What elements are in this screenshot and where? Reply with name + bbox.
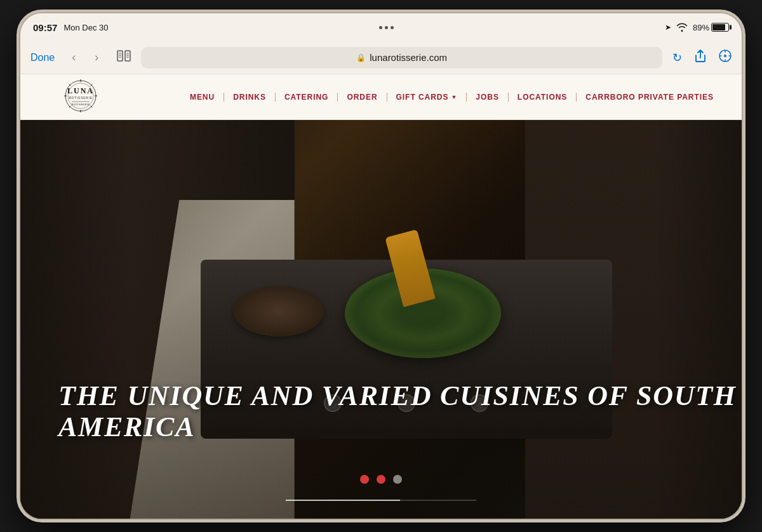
hero-text: THE UNIQUE AND VARIED CUISINES OF SOUTH … bbox=[58, 381, 742, 442]
compass-button[interactable] bbox=[719, 50, 732, 65]
slider-controls bbox=[360, 475, 402, 484]
svg-text:ROTISSERIE: ROTISSERIE bbox=[71, 103, 90, 106]
browser-bar: Done ‹ › 🔒 lunarotisserie.com ↻ bbox=[20, 41, 742, 74]
svg-rect-0 bbox=[117, 51, 123, 61]
url-text: lunarotisserie.com bbox=[370, 52, 447, 63]
done-button[interactable]: Done bbox=[30, 52, 55, 63]
website-content: LUNA ROTISSERIE ROTISSERIE MENU DRINKS C… bbox=[20, 74, 742, 519]
nav-private-parties[interactable]: CARRBORO PRIVATE PARTIES bbox=[577, 93, 723, 102]
nav-locations[interactable]: LOCATIONS bbox=[509, 93, 576, 102]
slider-dot-1[interactable] bbox=[360, 475, 369, 484]
battery-fill bbox=[712, 24, 725, 30]
svg-text:ROTISSERIE: ROTISSERIE bbox=[69, 96, 92, 100]
reload-button[interactable]: ↻ bbox=[672, 51, 682, 65]
logo-area[interactable]: LUNA ROTISSERIE ROTISSERIE bbox=[39, 78, 141, 116]
logo: LUNA ROTISSERIE ROTISSERIE bbox=[39, 78, 122, 113]
battery: 89% bbox=[693, 23, 729, 32]
website-nav: LUNA ROTISSERIE ROTISSERIE MENU DRINKS C… bbox=[20, 74, 742, 120]
slider-dot-3[interactable] bbox=[393, 475, 402, 484]
nav-drinks[interactable]: DRINKS bbox=[224, 93, 275, 102]
status-time: 09:57 bbox=[33, 22, 57, 33]
svg-rect-1 bbox=[125, 51, 130, 61]
gift-cards-dropdown-arrow: ▼ bbox=[451, 94, 457, 100]
dot2 bbox=[385, 26, 388, 29]
progress-bar bbox=[286, 500, 476, 501]
status-right: ➤ 89% bbox=[665, 23, 729, 32]
nav-links: MENU DRINKS CATERING ORDER GIFT CARDS ▼ … bbox=[141, 93, 723, 102]
nav-menu[interactable]: MENU bbox=[181, 93, 224, 102]
browser-nav: ‹ › bbox=[65, 49, 105, 67]
back-button[interactable]: ‹ bbox=[65, 49, 83, 67]
wifi-icon bbox=[676, 23, 688, 32]
status-date: Mon Dec 30 bbox=[64, 23, 108, 32]
progress-fill bbox=[286, 500, 400, 501]
location-icon: ➤ bbox=[665, 23, 671, 32]
browser-actions: ↻ bbox=[672, 49, 732, 66]
hero-headline: THE UNIQUE AND VARIED CUISINES OF SOUTH … bbox=[58, 381, 742, 442]
dot1 bbox=[379, 26, 382, 29]
reader-icon[interactable] bbox=[117, 50, 131, 65]
ipad-frame: 09:57 Mon Dec 30 ➤ 89% bbox=[19, 12, 743, 520]
slider-dot-2[interactable] bbox=[377, 475, 385, 484]
dot3 bbox=[391, 26, 394, 29]
hero-section: THE UNIQUE AND VARIED CUISINES OF SOUTH … bbox=[20, 120, 742, 519]
status-center bbox=[379, 26, 394, 29]
nav-gift-cards[interactable]: GIFT CARDS ▼ bbox=[387, 93, 467, 102]
status-left: 09:57 Mon Dec 30 bbox=[33, 22, 108, 33]
battery-percent: 89% bbox=[693, 23, 709, 32]
battery-icon bbox=[711, 23, 729, 32]
hero-overlay bbox=[20, 120, 742, 519]
url-bar[interactable]: 🔒 lunarotisserie.com bbox=[141, 47, 662, 69]
share-button[interactable] bbox=[695, 49, 706, 66]
svg-text:LUNA: LUNA bbox=[67, 86, 94, 95]
nav-jobs[interactable]: JOBS bbox=[467, 93, 508, 102]
svg-point-9 bbox=[724, 55, 726, 57]
status-bar: 09:57 Mon Dec 30 ➤ 89% bbox=[20, 13, 742, 41]
forward-button[interactable]: › bbox=[88, 49, 105, 67]
nav-order[interactable]: ORDER bbox=[338, 93, 386, 102]
nav-catering[interactable]: CATERING bbox=[276, 93, 337, 102]
lock-icon: 🔒 bbox=[356, 53, 366, 62]
